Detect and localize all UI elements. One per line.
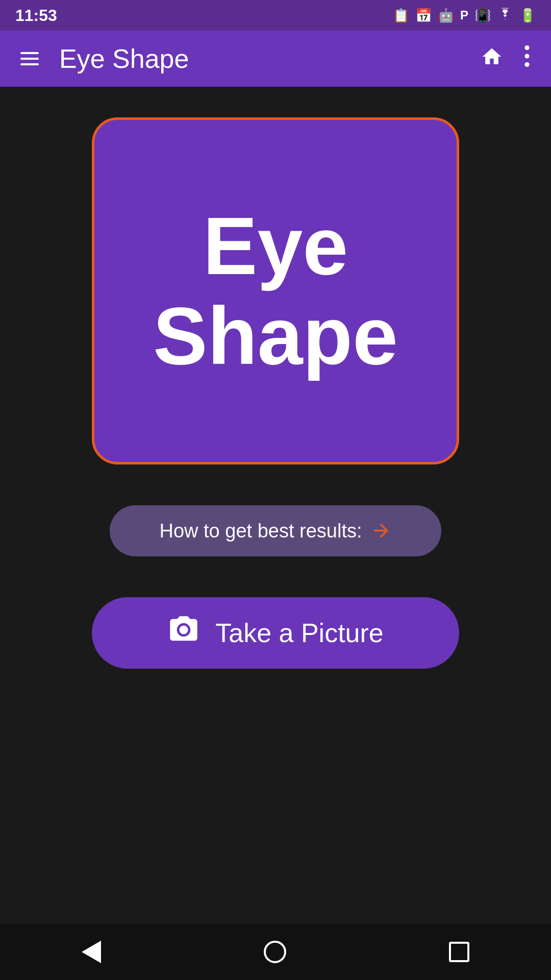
- arrow-right-icon: [370, 519, 392, 543]
- hamburger-line-3: [20, 63, 39, 65]
- main-content: Eye Shape How to get best results: Take …: [0, 87, 551, 924]
- hamburger-line-1: [20, 52, 39, 54]
- status-bar: 11:53 📋 📅 🤖 P 📳 🔋: [0, 0, 551, 31]
- more-options-button[interactable]: [518, 40, 536, 78]
- how-to-text: How to get best results:: [159, 520, 362, 542]
- hamburger-menu-button[interactable]: [15, 47, 44, 70]
- hero-text: Eye Shape: [153, 201, 398, 381]
- home-circle-icon: [264, 941, 286, 963]
- battery-icon: 🔋: [519, 8, 536, 23]
- app-bar-actions: [475, 40, 536, 78]
- take-picture-button[interactable]: Take a Picture: [92, 597, 459, 669]
- app-title: Eye Shape: [59, 43, 475, 74]
- status-icons: 📋 📅 🤖 P 📳 🔋: [393, 8, 536, 23]
- vibrate-icon: 📳: [474, 8, 491, 23]
- svg-point-2: [524, 62, 529, 67]
- svg-point-0: [524, 45, 529, 50]
- back-triangle-icon: [82, 941, 101, 963]
- calendar-icon: 📅: [415, 8, 432, 23]
- hamburger-line-2: [20, 58, 39, 60]
- recents-square-icon: [449, 942, 469, 962]
- how-to-button[interactable]: How to get best results:: [110, 505, 441, 556]
- status-time: 11:53: [15, 6, 57, 25]
- svg-point-3: [180, 625, 188, 634]
- hero-text-line2: Shape: [153, 290, 398, 381]
- back-nav-button[interactable]: [61, 936, 121, 968]
- home-button[interactable]: [475, 40, 508, 78]
- svg-point-1: [524, 54, 529, 58]
- home-nav-button[interactable]: [243, 936, 307, 968]
- camera-icon: [167, 614, 200, 653]
- hero-card: Eye Shape: [92, 117, 459, 464]
- wifi-icon: [497, 8, 513, 23]
- android-icon: 🤖: [438, 8, 454, 23]
- hero-text-line1: Eye: [203, 200, 348, 291]
- app-bar: Eye Shape: [0, 31, 551, 87]
- clipboard-icon: 📋: [393, 8, 409, 23]
- recents-nav-button[interactable]: [429, 937, 490, 967]
- p-icon: P: [460, 8, 468, 22]
- navigation-bar: [0, 924, 551, 980]
- take-picture-text: Take a Picture: [215, 618, 384, 648]
